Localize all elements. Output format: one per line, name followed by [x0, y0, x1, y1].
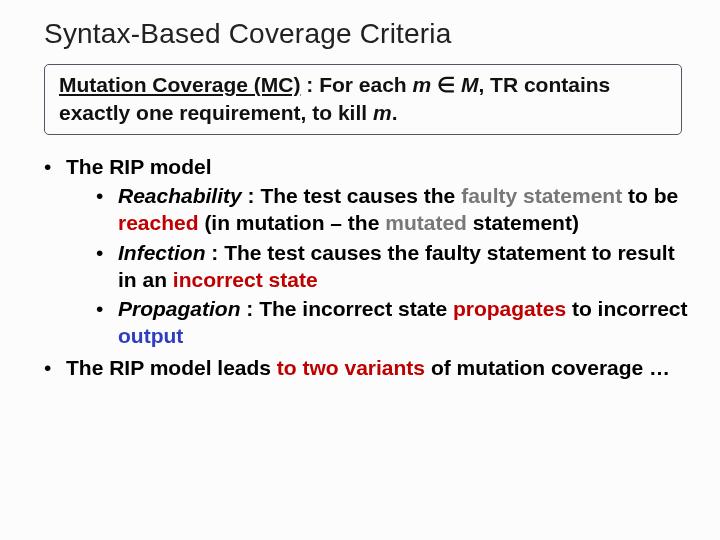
reachability-grey2: mutated [385, 211, 467, 234]
bullet-reachability: Reachability : The test causes the fault… [96, 182, 690, 237]
bullet-rip-model: The RIP model Reachability : The test ca… [44, 153, 690, 350]
slide-title: Syntax-Based Coverage Criteria [44, 18, 690, 50]
reachability-grey1: faulty statement [461, 184, 622, 207]
definition-m1: m [413, 73, 432, 96]
outer-list: The RIP model Reachability : The test ca… [44, 153, 690, 381]
propagation-sep: : [241, 297, 260, 320]
two-variants-p2: of mutation coverage … [425, 356, 670, 379]
definition-sep: : [301, 73, 320, 96]
two-variants-p1: The RIP model leads [66, 356, 277, 379]
bullet-infection: Infection : The test causes the faulty s… [96, 239, 690, 294]
definition-in: ∈ [431, 73, 461, 96]
reachability-name: Reachability [118, 184, 242, 207]
two-variants-red1: to two variants [277, 356, 425, 379]
propagation-blue1: output [118, 324, 183, 347]
definition-label: Mutation Coverage (MC) [59, 73, 301, 96]
reachability-p3: (in mutation – the [199, 211, 386, 234]
propagation-p1: The incorrect state [259, 297, 453, 320]
infection-name: Infection [118, 241, 206, 264]
definition-box: Mutation Coverage (MC) : For each m ∈ M,… [44, 64, 682, 135]
rip-model-text: The RIP model [66, 155, 211, 178]
propagation-red1: propagates [453, 297, 566, 320]
bullet-two-variants: The RIP model leads to two variants of m… [44, 354, 690, 381]
infection-sep: : [206, 241, 225, 264]
definition-end: . [392, 101, 398, 124]
definition-m2: m [373, 101, 392, 124]
reachability-sep: : [242, 184, 261, 207]
infection-red1: incorrect state [173, 268, 318, 291]
content: The RIP model Reachability : The test ca… [44, 153, 690, 381]
reachability-p1: The test causes the [260, 184, 461, 207]
propagation-name: Propagation [118, 297, 241, 320]
propagation-p2: to incorrect [566, 297, 687, 320]
reachability-p4: statement) [467, 211, 579, 234]
definition-lead: For each [319, 73, 412, 96]
slide: Syntax-Based Coverage Criteria Mutation … [0, 0, 720, 540]
bullet-propagation: Propagation : The incorrect state propag… [96, 295, 690, 350]
definition-M: M [461, 73, 479, 96]
inner-list: Reachability : The test causes the fault… [66, 182, 690, 350]
reachability-p2: to be [622, 184, 678, 207]
reachability-red1: reached [118, 211, 199, 234]
